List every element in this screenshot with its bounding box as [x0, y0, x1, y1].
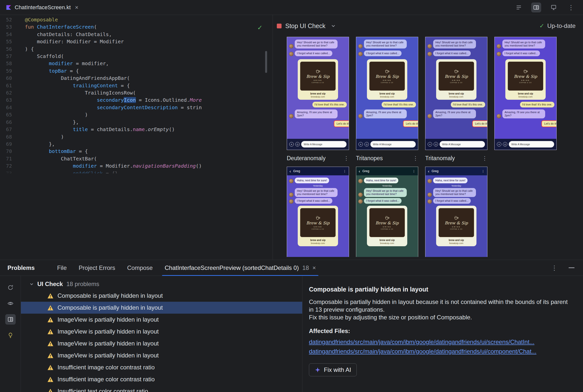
more-options-icon[interactable]: ⋮: [551, 265, 558, 271]
problem-item[interactable]: Insufficient image color contrast ratio: [21, 373, 302, 385]
warning-icon: [47, 388, 54, 392]
affected-file-link[interactable]: datingandfriends/src/main/java/com/ibm/g…: [309, 348, 573, 355]
chat-message: I forgot what it was called...: [358, 198, 416, 204]
ui-check-preview[interactable]: ‹Greg⋮Haha, next time for sure!Yesterday…: [356, 167, 418, 257]
card-link: brew&sip.com: [369, 242, 405, 244]
ui-check-preview[interactable]: Hey! Should we go to that cafe you menti…: [494, 37, 557, 150]
problem-item[interactable]: Insufficient image color contrast ratio: [21, 362, 302, 373]
close-tab-icon[interactable]: ×: [75, 4, 78, 11]
chat-bubble: Haha, next time for sure!: [364, 178, 398, 183]
more-icon[interactable]: ⋮: [413, 156, 418, 161]
problem-item[interactable]: ImageView is partially hidden in layout: [21, 314, 302, 326]
card-caption: brew and sip: [369, 92, 405, 95]
tab-compose[interactable]: Compose: [127, 260, 153, 276]
refresh-icon[interactable]: [5, 282, 16, 293]
ide-window: ChatInterfaceScreen.kt × ⋮ 52@Composable…: [0, 0, 583, 392]
split-preview-icon[interactable]: [5, 314, 16, 324]
warning-icon: [47, 317, 54, 323]
add-icon: +: [428, 142, 432, 146]
code-line: 73 onAddClick = {}: [0, 170, 272, 173]
code-editor[interactable]: 52@Composable 53fun ChatInterfaceScreen(…: [0, 15, 273, 260]
brand-sub: GRIND: [521, 80, 530, 81]
device-preview-icon[interactable]: [549, 2, 559, 12]
ui-check-preview[interactable]: ‹Greg⋮Haha, next time for sure!Yesterday…: [287, 167, 349, 257]
problem-item[interactable]: ImageView is partially hidden in layout: [21, 326, 302, 338]
warning-icon: [47, 305, 54, 311]
ui-check-preview[interactable]: Hey! Should we go to that cafe you menti…: [356, 37, 418, 150]
code-line: 57 Scaffold(: [0, 53, 272, 60]
problem-item[interactable]: ImageView is partially hidden in layout: [21, 350, 302, 362]
chat-bubble: Amazing, I'll see you there at 2pm?: [364, 110, 407, 118]
ui-check-preview[interactable]: Hey! Should we go to that cafe you menti…: [425, 37, 487, 150]
date-divider: Yesterday: [289, 184, 347, 187]
line-number: 66: [0, 119, 12, 126]
date-divider: Yesterday: [427, 184, 485, 187]
tab-chat-interface-preview[interactable]: ChatInterfaceScreenPreview (sortedChatDe…: [165, 260, 316, 276]
avatar: [427, 199, 432, 204]
chevron-down-icon[interactable]: [331, 24, 336, 28]
chat-bubble: Haha, next time for sure!: [295, 178, 329, 183]
more-icon[interactable]: ⋮: [482, 156, 487, 161]
fix-with-ai-button[interactable]: Fix with AI: [309, 364, 357, 376]
code-line: 62 TrailingIconsRow(: [0, 89, 272, 96]
card-link: brew&sip.com: [438, 96, 474, 98]
problems-group-header[interactable]: UI Check 18 problems: [21, 278, 302, 290]
chat-message: Haha, next time for sure!: [289, 178, 347, 183]
promo-card-logo: Brew & SipGRINDCOFFEE & CO: [300, 62, 336, 91]
problems-toolbar: [0, 276, 21, 392]
avatar: [497, 114, 501, 118]
chat-message: Amazing, I'll see you there at 2pm?: [289, 110, 347, 118]
minimize-panel-icon[interactable]: [568, 268, 574, 268]
line-number: 54: [0, 31, 12, 38]
menu-lines-icon[interactable]: [514, 2, 524, 12]
tab-project-errors[interactable]: Project Errors: [79, 260, 115, 276]
problem-item[interactable]: Composable is partially hidden in layout: [21, 290, 302, 302]
problem-item[interactable]: Insufficient text color contrast ratio: [21, 385, 302, 392]
layout-issue-highlight: Let's do it!: [541, 120, 557, 127]
chat-message: Let's do it!: [497, 120, 554, 127]
chat-message: I'd love that! It's this one.: [497, 102, 554, 108]
brand-sub: GRIND: [452, 80, 461, 81]
line-number: 64: [0, 104, 12, 111]
ui-check-preview[interactable]: Hey! Should we go to that cafe you menti…: [287, 37, 349, 150]
chat-bubble: I forgot what it was called...: [295, 50, 332, 56]
more-options-icon[interactable]: ⋮: [566, 2, 576, 12]
split-editor-icon[interactable]: [531, 2, 541, 12]
warning-icon: [47, 364, 54, 370]
brand-tagline: COFFEE & CO: [312, 82, 324, 83]
tab-file[interactable]: File: [57, 260, 67, 276]
stop-ui-check-button[interactable]: Stop UI Check: [277, 22, 325, 30]
scrollbar-thumb[interactable]: [265, 51, 267, 73]
close-tab-icon[interactable]: ×: [313, 264, 316, 271]
code-text: modifier = Modifier.navigationBarsPaddin…: [12, 162, 202, 170]
more-icon[interactable]: ⋮: [344, 156, 349, 161]
problem-detail-description: Composable is partially hidden in layout…: [309, 298, 573, 321]
brand-sub: GRIND: [383, 80, 391, 81]
preview-label: Tritanopes: [356, 155, 383, 162]
card-link: brew&sip.com: [300, 242, 336, 244]
avatar: [358, 114, 363, 118]
ui-check-preview[interactable]: ‹Greg⋮Haha, next time for sure!Yesterday…: [425, 167, 487, 257]
code-line: 60 DatingAndFriendsAppBar(: [0, 74, 272, 82]
promo-card-logo: Brew & SipGRINDCOFFEE & CO: [438, 208, 474, 237]
kotlin-file-icon: [6, 5, 12, 10]
group-title: UI Check: [37, 280, 63, 288]
code-line: 58 modifier = modifier,: [0, 60, 272, 67]
file-tab[interactable]: ChatInterfaceScreen.kt ×: [0, 0, 83, 15]
avatar: [289, 199, 294, 204]
problem-item[interactable]: Composable is partially hidden in layout: [21, 302, 302, 314]
lightbulb-icon[interactable]: [5, 330, 16, 340]
eye-icon[interactable]: [5, 298, 16, 309]
problem-item[interactable]: ImageView is partially hidden in layout: [21, 338, 302, 350]
affected-file-link[interactable]: datingandfriends/src/main/java/com/ibm/g…: [309, 338, 573, 346]
coffee-cup-icon: [454, 216, 459, 220]
chat-bubble: Hey! Should we go to that cafe you menti…: [295, 188, 338, 197]
code-line: 61 trailingContent = {: [0, 82, 272, 89]
chat-message: Hey! Should we go to that cafe you menti…: [427, 40, 485, 48]
chat-bubble: I forgot what it was called...: [295, 198, 332, 204]
editor-tab-bar: ChatInterfaceScreen.kt × ⋮: [0, 0, 583, 15]
card-link: brew&sip.com: [369, 96, 405, 98]
message-input: Write A Message: [440, 141, 485, 148]
code-line: 72 modifier = Modifier.navigationBarsPad…: [0, 162, 272, 170]
chevron-down-icon: [29, 282, 34, 286]
